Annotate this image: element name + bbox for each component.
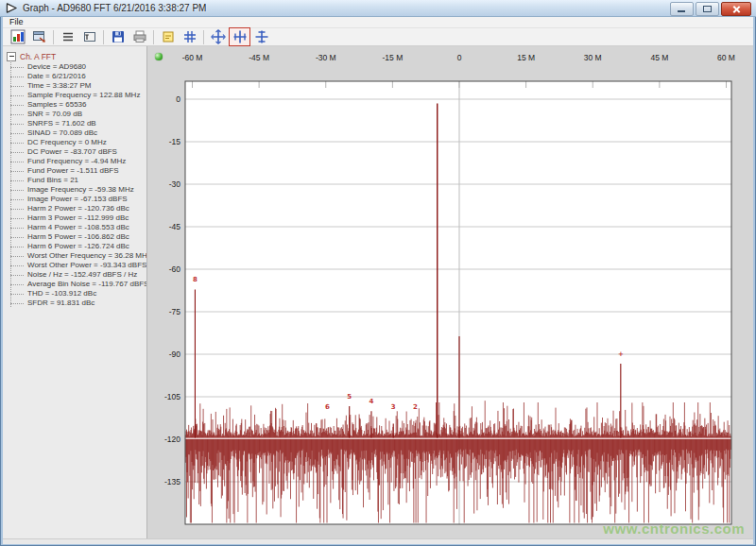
- save-button[interactable]: [107, 27, 129, 46]
- svg-text:+: +: [618, 350, 624, 358]
- tree-item-label: SNR = 70.09 dB: [27, 110, 82, 118]
- tree-item-label: Harm 3 Power = -112.999 dBc: [27, 213, 129, 222]
- graph-panel: 0-15-30-45-60-75-90-105-120-135-60 M-45 …: [147, 46, 753, 538]
- menu-bar: File: [3, 17, 753, 27]
- toolbar-separator: [53, 30, 54, 44]
- svg-text:-30 M: -30 M: [316, 53, 336, 62]
- tree-item-label: DC Frequency = 0 MHz: [27, 138, 107, 146]
- print-icon: [132, 29, 147, 44]
- tree-item[interactable]: Harm 3 Power = -112.999 dBc: [3, 213, 146, 223]
- tree-item[interactable]: Harm 6 Power = -126.724 dBc: [3, 242, 146, 251]
- tree-item-label: Harm 6 Power = -126.724 dBc: [27, 242, 129, 250]
- menu-file[interactable]: File: [3, 17, 30, 27]
- svg-text:-30: -30: [169, 179, 181, 189]
- tree-item-label: Image Power = -67.153 dBFS: [27, 195, 128, 203]
- tree-item[interactable]: DC Frequency = 0 MHz: [3, 138, 146, 147]
- status-bar: [3, 538, 753, 544]
- tree-item[interactable]: Average Bin Noise = -119.767 dBFS: [3, 280, 146, 289]
- svg-text:30 M: 30 M: [584, 53, 602, 62]
- tree-item[interactable]: Worst Other Power = -93.343 dBFS: [3, 261, 146, 270]
- tree-item-label: Worst Other Power = -93.343 dBFS: [27, 261, 146, 269]
- tree-item[interactable]: THD = -103.912 dBc: [3, 289, 146, 299]
- tree-item[interactable]: Date = 6/21/2016: [3, 72, 146, 81]
- watermark-text: www.cntronics.com: [603, 520, 745, 537]
- legend-toggle-button[interactable]: [157, 27, 179, 46]
- svg-text:0: 0: [457, 53, 462, 62]
- svg-text:5: 5: [347, 393, 352, 401]
- toolbar-separator: [203, 30, 204, 44]
- graph-properties-button[interactable]: [7, 27, 28, 46]
- export-graph-icon: [32, 29, 47, 44]
- print-button[interactable]: [129, 27, 150, 46]
- tree-item[interactable]: Fund Power = -1.511 dBFS: [3, 166, 146, 176]
- autoscale-x-button[interactable]: [229, 27, 250, 46]
- tree-item-label: Time = 3:38:27 PM: [27, 81, 92, 90]
- legend-toggle-icon: [161, 29, 176, 44]
- tree-item-label: DC Power = -83.707 dBFS: [27, 147, 117, 156]
- tree-item-label: Harm 4 Power = -108.553 dBc: [27, 223, 129, 231]
- autoscale-y-button[interactable]: [250, 27, 272, 46]
- tree-item[interactable]: Harm 2 Power = -120.736 dBc: [3, 204, 146, 213]
- tree-item-label: Sample Frequency = 122.88 MHz: [27, 91, 140, 99]
- tree-item[interactable]: Fund Frequency = -4.94 MHz: [3, 157, 146, 166]
- samples-view-icon: [60, 29, 76, 44]
- tree-item-label: SNRFS = 71.602 dB: [27, 119, 96, 128]
- tree-item[interactable]: SNR = 70.09 dB: [3, 110, 146, 119]
- tree-item[interactable]: Image Power = -67.153 dBFS: [3, 195, 146, 204]
- tree-root-row[interactable]: Ch. A FFT: [3, 51, 146, 61]
- tree-item[interactable]: Harm 4 Power = -108.553 dBc: [3, 223, 146, 232]
- graph-properties-icon: [10, 29, 26, 44]
- tree-item-label: SINAD = 70.089 dBc: [27, 128, 97, 137]
- tree-item[interactable]: Device = AD9680: [3, 62, 146, 72]
- svg-text:15 M: 15 M: [517, 53, 535, 62]
- tree-root-label: Ch. A FFT: [20, 52, 56, 61]
- tree-item-label: Harm 5 Power = -106.862 dBc: [27, 232, 129, 241]
- svg-text:-90: -90: [169, 350, 181, 359]
- tree-item-label: Worst Other Frequency = 36.28 MHz: [27, 251, 146, 260]
- tree-item-label: Device = AD9680: [27, 62, 86, 71]
- tree-item[interactable]: SINAD = 70.089 dBc: [3, 128, 146, 138]
- tree-item[interactable]: Fund Bins = 21: [3, 176, 146, 185]
- autoscale-y-icon: [254, 29, 269, 44]
- autoscale-both-button[interactable]: [207, 27, 229, 46]
- tree-item[interactable]: Sample Frequency = 122.88 MHz: [3, 91, 146, 100]
- collapse-icon[interactable]: [7, 52, 16, 61]
- cursor-tool-button[interactable]: [78, 27, 100, 46]
- toolbar: [3, 27, 753, 46]
- tree-item-label: Fund Frequency = -4.94 MHz: [27, 157, 126, 165]
- tree-item-label: SFDR = 91.831 dBc: [27, 299, 94, 307]
- tree-item-label: Samples = 65536: [27, 100, 87, 109]
- grid-toggle-button[interactable]: [179, 27, 200, 46]
- tree-item[interactable]: Worst Other Frequency = 36.28 MHz: [3, 251, 146, 261]
- main-area: Ch. A FFT Device = AD9680 Date = 6/21/20…: [3, 46, 753, 538]
- close-button[interactable]: [721, 2, 751, 16]
- svg-text:-15: -15: [169, 137, 181, 146]
- title-bar[interactable]: Graph - AD9680 FFT 6/21/2016 3:38:27 PM: [0, 0, 756, 17]
- results-tree-panel[interactable]: Ch. A FFT Device = AD9680 Date = 6/21/20…: [3, 46, 147, 538]
- svg-text:8: 8: [193, 276, 198, 283]
- fft-plot[interactable]: 0-15-30-45-60-75-90-105-120-135-60 M-45 …: [147, 46, 752, 538]
- svg-text:4: 4: [369, 398, 374, 405]
- app-logo-icon: [6, 3, 18, 13]
- samples-view-button[interactable]: [57, 27, 78, 46]
- tree-item[interactable]: Samples = 65536: [3, 100, 146, 110]
- tree-item-label: THD = -103.912 dBc: [27, 289, 96, 298]
- tree-item[interactable]: SNRFS = 71.602 dB: [3, 119, 146, 128]
- tree-item[interactable]: Time = 3:38:27 PM: [3, 81, 146, 91]
- maximize-button[interactable]: [696, 2, 719, 16]
- tree-item[interactable]: Image Frequency = -59.38 MHz: [3, 185, 146, 195]
- svg-text:-60 M: -60 M: [182, 53, 203, 62]
- minimize-button[interactable]: [670, 2, 694, 16]
- tree-item[interactable]: SFDR = 91.831 dBc: [3, 299, 146, 308]
- export-graph-button[interactable]: [28, 27, 50, 46]
- window-title: Graph - AD9680 FFT 6/21/2016 3:38:27 PM: [23, 3, 206, 13]
- tree-item[interactable]: Harm 5 Power = -106.862 dBc: [3, 232, 146, 242]
- tree-item-label: Average Bin Noise = -119.767 dBFS: [27, 280, 146, 288]
- svg-text:-45: -45: [169, 222, 181, 231]
- close-icon: [732, 5, 741, 13]
- maximize-icon: [703, 6, 712, 12]
- svg-text:45 M: 45 M: [650, 53, 668, 62]
- tree-item[interactable]: Noise / Hz = -152.497 dBFS / Hz: [3, 270, 146, 280]
- tree-item-label: Harm 2 Power = -120.736 dBc: [27, 204, 129, 213]
- tree-item[interactable]: DC Power = -83.707 dBFS: [3, 147, 146, 157]
